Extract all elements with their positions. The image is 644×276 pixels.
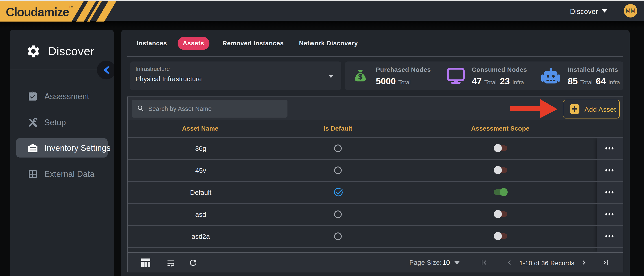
svg-text:$: $ bbox=[358, 72, 362, 81]
